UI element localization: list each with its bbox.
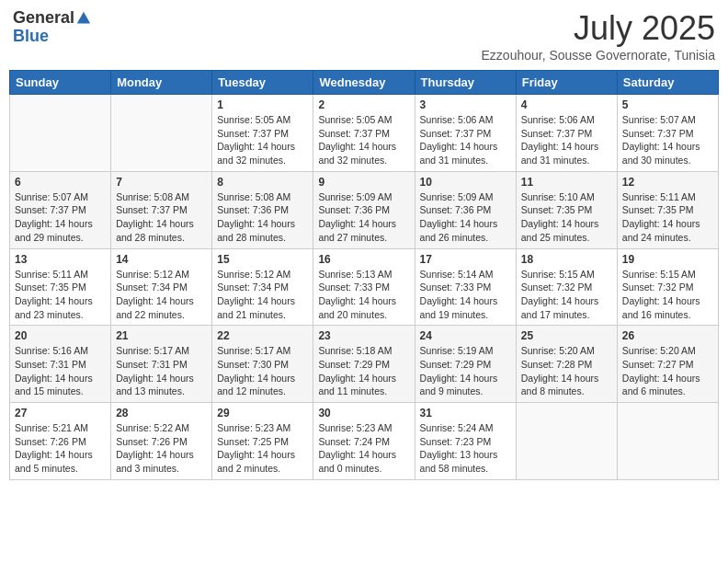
day-number: 29 <box>217 407 308 419</box>
day-number: 25 <box>521 329 612 342</box>
calendar-cell: 18Sunrise: 5:15 AMSunset: 7:32 PMDayligh… <box>516 248 617 326</box>
day-number: 16 <box>318 253 409 266</box>
day-info: Sunrise: 5:11 AMSunset: 7:35 PMDaylight:… <box>622 190 713 245</box>
day-info: Sunrise: 5:24 AMSunset: 7:23 PMDaylight:… <box>420 421 511 476</box>
weekday-header: Saturday <box>617 71 718 95</box>
day-number: 3 <box>420 98 511 111</box>
calendar-cell: 20Sunrise: 5:16 AMSunset: 7:31 PMDayligh… <box>10 326 111 403</box>
day-number: 13 <box>15 253 106 266</box>
calendar-cell: 8Sunrise: 5:08 AMSunset: 7:36 PMDaylight… <box>212 171 313 248</box>
calendar-cell: 22Sunrise: 5:17 AMSunset: 7:30 PMDayligh… <box>212 326 313 403</box>
day-number: 22 <box>217 329 308 342</box>
calendar-cell: 6Sunrise: 5:07 AMSunset: 7:37 PMDaylight… <box>10 171 111 248</box>
calendar-cell: 15Sunrise: 5:12 AMSunset: 7:34 PMDayligh… <box>212 248 313 326</box>
day-info: Sunrise: 5:06 AMSunset: 7:37 PMDaylight:… <box>420 113 511 167</box>
calendar-table: SundayMondayTuesdayWednesdayThursdayFrid… <box>9 70 719 480</box>
day-info: Sunrise: 5:05 AMSunset: 7:37 PMDaylight:… <box>318 113 409 167</box>
day-number: 24 <box>420 329 511 342</box>
weekday-header: Sunday <box>10 71 111 95</box>
calendar-header-row: SundayMondayTuesdayWednesdayThursdayFrid… <box>10 71 719 95</box>
calendar-cell: 26Sunrise: 5:20 AMSunset: 7:27 PMDayligh… <box>617 326 718 403</box>
day-number: 23 <box>318 329 409 342</box>
day-info: Sunrise: 5:20 AMSunset: 7:28 PMDaylight:… <box>521 344 612 398</box>
month-title: July 2025 <box>482 9 715 48</box>
calendar-cell <box>617 403 718 480</box>
day-number: 31 <box>420 407 511 419</box>
day-info: Sunrise: 5:15 AMSunset: 7:32 PMDaylight:… <box>521 268 612 322</box>
day-info: Sunrise: 5:11 AMSunset: 7:35 PMDaylight:… <box>15 268 106 322</box>
day-info: Sunrise: 5:10 AMSunset: 7:35 PMDaylight:… <box>521 190 612 245</box>
day-number: 4 <box>521 98 612 111</box>
day-number: 5 <box>622 98 713 111</box>
day-info: Sunrise: 5:06 AMSunset: 7:37 PMDaylight:… <box>521 113 612 167</box>
location-title: Ezzouhour, Sousse Governorate, Tunisia <box>482 48 715 63</box>
calendar-cell: 28Sunrise: 5:22 AMSunset: 7:26 PMDayligh… <box>111 403 212 480</box>
day-info: Sunrise: 5:20 AMSunset: 7:27 PMDaylight:… <box>622 344 713 398</box>
day-info: Sunrise: 5:17 AMSunset: 7:31 PMDaylight:… <box>116 344 207 398</box>
calendar-week-row: 1Sunrise: 5:05 AMSunset: 7:37 PMDaylight… <box>10 95 719 172</box>
day-info: Sunrise: 5:22 AMSunset: 7:26 PMDaylight:… <box>116 421 207 476</box>
calendar-cell: 2Sunrise: 5:05 AMSunset: 7:37 PMDaylight… <box>313 95 415 172</box>
calendar-cell: 12Sunrise: 5:11 AMSunset: 7:35 PMDayligh… <box>617 171 718 248</box>
page-header: General Blue July 2025 Ezzouhour, Sousse… <box>9 9 719 63</box>
calendar-cell: 25Sunrise: 5:20 AMSunset: 7:28 PMDayligh… <box>516 326 617 403</box>
calendar-cell: 17Sunrise: 5:14 AMSunset: 7:33 PMDayligh… <box>415 248 516 326</box>
day-info: Sunrise: 5:19 AMSunset: 7:29 PMDaylight:… <box>420 344 511 398</box>
day-info: Sunrise: 5:09 AMSunset: 7:36 PMDaylight:… <box>318 190 409 245</box>
day-info: Sunrise: 5:12 AMSunset: 7:34 PMDaylight:… <box>116 268 207 322</box>
day-number: 30 <box>318 407 409 419</box>
calendar-week-row: 27Sunrise: 5:21 AMSunset: 7:26 PMDayligh… <box>10 403 719 480</box>
logo-icon <box>75 10 92 27</box>
day-number: 6 <box>15 176 106 189</box>
day-number: 19 <box>622 253 713 266</box>
calendar-cell: 23Sunrise: 5:18 AMSunset: 7:29 PMDayligh… <box>313 326 415 403</box>
day-info: Sunrise: 5:13 AMSunset: 7:33 PMDaylight:… <box>318 268 409 322</box>
weekday-header: Wednesday <box>313 71 415 95</box>
weekday-header: Monday <box>111 71 212 95</box>
weekday-header: Thursday <box>415 71 516 95</box>
day-number: 27 <box>15 407 106 419</box>
day-info: Sunrise: 5:05 AMSunset: 7:37 PMDaylight:… <box>217 113 308 167</box>
day-info: Sunrise: 5:09 AMSunset: 7:36 PMDaylight:… <box>420 190 511 245</box>
calendar-cell: 10Sunrise: 5:09 AMSunset: 7:36 PMDayligh… <box>415 171 516 248</box>
day-number: 20 <box>15 329 106 342</box>
day-info: Sunrise: 5:18 AMSunset: 7:29 PMDaylight:… <box>318 344 409 398</box>
day-number: 9 <box>318 176 409 189</box>
calendar-cell <box>111 95 212 172</box>
calendar-week-row: 13Sunrise: 5:11 AMSunset: 7:35 PMDayligh… <box>10 248 719 326</box>
day-info: Sunrise: 5:12 AMSunset: 7:34 PMDaylight:… <box>217 268 308 322</box>
day-info: Sunrise: 5:15 AMSunset: 7:32 PMDaylight:… <box>622 268 713 322</box>
calendar-cell: 19Sunrise: 5:15 AMSunset: 7:32 PMDayligh… <box>617 248 718 326</box>
logo-blue-text: Blue <box>13 28 92 46</box>
logo: General Blue <box>13 9 92 46</box>
day-info: Sunrise: 5:16 AMSunset: 7:31 PMDaylight:… <box>15 344 106 398</box>
calendar-cell: 21Sunrise: 5:17 AMSunset: 7:31 PMDayligh… <box>111 326 212 403</box>
calendar-cell: 13Sunrise: 5:11 AMSunset: 7:35 PMDayligh… <box>10 248 111 326</box>
title-area: July 2025 Ezzouhour, Sousse Governorate,… <box>482 9 715 63</box>
svg-marker-0 <box>77 12 90 24</box>
day-info: Sunrise: 5:08 AMSunset: 7:37 PMDaylight:… <box>116 190 207 245</box>
day-info: Sunrise: 5:08 AMSunset: 7:36 PMDaylight:… <box>217 190 308 245</box>
day-number: 2 <box>318 98 409 111</box>
day-number: 21 <box>116 329 207 342</box>
calendar-cell: 9Sunrise: 5:09 AMSunset: 7:36 PMDaylight… <box>313 171 415 248</box>
calendar-cell: 4Sunrise: 5:06 AMSunset: 7:37 PMDaylight… <box>516 95 617 172</box>
day-number: 10 <box>420 176 511 189</box>
calendar-week-row: 20Sunrise: 5:16 AMSunset: 7:31 PMDayligh… <box>10 326 719 403</box>
weekday-header: Friday <box>516 71 617 95</box>
day-info: Sunrise: 5:07 AMSunset: 7:37 PMDaylight:… <box>622 113 713 167</box>
day-info: Sunrise: 5:21 AMSunset: 7:26 PMDaylight:… <box>15 421 106 476</box>
day-info: Sunrise: 5:07 AMSunset: 7:37 PMDaylight:… <box>15 190 106 245</box>
day-number: 1 <box>217 98 308 111</box>
calendar-cell: 24Sunrise: 5:19 AMSunset: 7:29 PMDayligh… <box>415 326 516 403</box>
day-number: 11 <box>521 176 612 189</box>
calendar-cell: 11Sunrise: 5:10 AMSunset: 7:35 PMDayligh… <box>516 171 617 248</box>
calendar-week-row: 6Sunrise: 5:07 AMSunset: 7:37 PMDaylight… <box>10 171 719 248</box>
calendar-cell: 1Sunrise: 5:05 AMSunset: 7:37 PMDaylight… <box>212 95 313 172</box>
day-number: 8 <box>217 176 308 189</box>
day-number: 7 <box>116 176 207 189</box>
day-info: Sunrise: 5:17 AMSunset: 7:30 PMDaylight:… <box>217 344 308 398</box>
day-number: 12 <box>622 176 713 189</box>
calendar-cell: 3Sunrise: 5:06 AMSunset: 7:37 PMDaylight… <box>415 95 516 172</box>
calendar-cell: 31Sunrise: 5:24 AMSunset: 7:23 PMDayligh… <box>415 403 516 480</box>
